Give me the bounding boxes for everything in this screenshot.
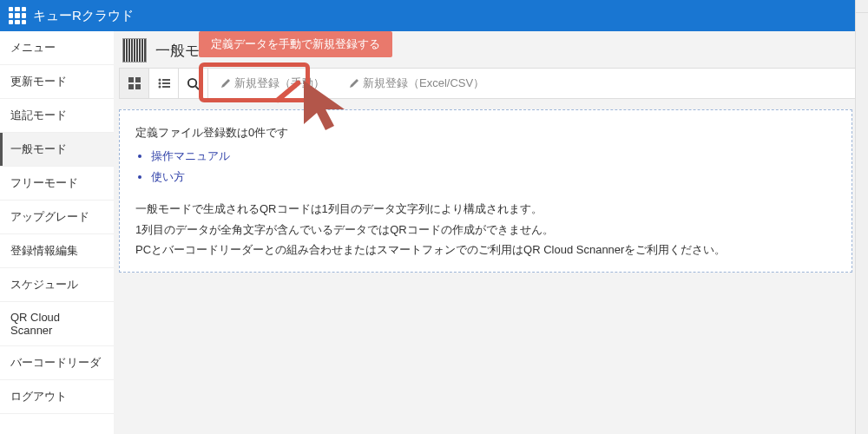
sidebar-item-upgrade[interactable]: アップグレード bbox=[0, 201, 114, 234]
svg-point-4 bbox=[158, 79, 161, 82]
svg-rect-0 bbox=[128, 77, 134, 82]
barcode-icon bbox=[122, 38, 147, 62]
sidebar-item-qr-cloud-scanner[interactable]: QR Cloud Scanner bbox=[0, 302, 114, 346]
sidebar-item-schedule[interactable]: スケジュール bbox=[0, 268, 114, 302]
svg-rect-2 bbox=[128, 84, 134, 89]
grid-icon bbox=[128, 77, 141, 89]
svg-rect-5 bbox=[162, 79, 170, 81]
vertical-scrollbar[interactable] bbox=[855, 0, 868, 434]
apps-grid-icon[interactable] bbox=[9, 7, 26, 24]
sidebar-item-menu[interactable]: メニュー bbox=[0, 31, 114, 65]
view-grid-button[interactable] bbox=[120, 69, 149, 98]
svg-rect-7 bbox=[162, 82, 170, 84]
sidebar-item-append-mode[interactable]: 追記モード bbox=[0, 99, 114, 133]
list-icon bbox=[158, 77, 170, 89]
info-body-2: 1列目のデータが全角文字が含んでいるデータではQRコードの作成ができません。 bbox=[135, 220, 836, 240]
svg-rect-9 bbox=[162, 86, 170, 88]
svg-point-8 bbox=[158, 86, 161, 89]
tooltip: 定義データを手動で新規登録する bbox=[199, 31, 392, 57]
svg-rect-3 bbox=[135, 84, 141, 89]
sidebar-item-account-edit[interactable]: 登録情報編集 bbox=[0, 234, 114, 268]
view-list-button[interactable] bbox=[149, 69, 179, 98]
info-count: 定義ファイル登録数は0件です bbox=[135, 122, 836, 142]
info-link-usage[interactable]: 使い方 bbox=[151, 167, 836, 187]
main-panel: 一般モ 新規登録（手動） 新規登録（Excel/CSV） 定義ファイル登録数は0… bbox=[114, 31, 868, 434]
info-body-3: PCとバーコードリーダーとの組み合わせまたはスマートフォンでのご利用はQR Cl… bbox=[135, 240, 836, 260]
sidebar: メニュー 更新モード 追記モード 一般モード フリーモード アップグレード 登録… bbox=[0, 31, 114, 434]
toolbar: 新規登録（手動） 新規登録（Excel/CSV） bbox=[119, 68, 861, 99]
sidebar-item-update-mode[interactable]: 更新モード bbox=[0, 65, 114, 99]
sidebar-item-logout[interactable]: ログアウト bbox=[0, 380, 114, 414]
pencil-icon bbox=[220, 78, 231, 89]
svg-line-11 bbox=[195, 86, 199, 89]
svg-point-6 bbox=[158, 82, 161, 85]
app-title: キューRクラウド bbox=[33, 8, 134, 24]
page-title: 一般モ bbox=[155, 41, 200, 61]
cursor-arrow-icon bbox=[299, 76, 369, 148]
sidebar-item-barcode-reader[interactable]: バーコードリーダ bbox=[0, 346, 114, 380]
sidebar-item-free-mode[interactable]: フリーモード bbox=[0, 167, 114, 201]
info-box: 定義ファイル登録数は0件です 操作マニュアル 使い方 一般モードで生成されるQR… bbox=[119, 109, 852, 273]
svg-rect-1 bbox=[135, 77, 141, 82]
search-button[interactable] bbox=[179, 69, 208, 98]
search-icon bbox=[187, 77, 200, 90]
svg-point-10 bbox=[188, 78, 196, 86]
info-link-manual[interactable]: 操作マニュアル bbox=[151, 146, 836, 166]
topbar: キューRクラウド bbox=[0, 0, 868, 31]
new-csv-label: 新規登録（Excel/CSV） bbox=[363, 76, 484, 91]
sidebar-item-general-mode[interactable]: 一般モード bbox=[0, 133, 114, 167]
info-link-list: 操作マニュアル 使い方 bbox=[151, 146, 836, 187]
info-body-1: 一般モードで生成されるQRコードは1列目のデータ文字列により構成されます。 bbox=[135, 199, 836, 219]
